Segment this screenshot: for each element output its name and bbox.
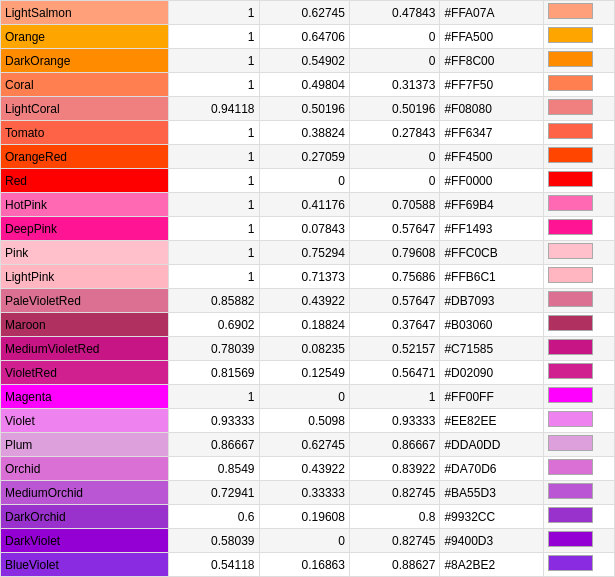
color-swatch [548, 339, 593, 355]
table-row: MediumOrchid0.729410.333330.82745#BA55D3 [1, 481, 615, 505]
color-hex: #EE82EE [440, 409, 543, 433]
color-blue: 0.52157 [349, 337, 439, 361]
color-swatch [548, 387, 593, 403]
color-red: 1 [169, 385, 259, 409]
color-red: 0.93333 [169, 409, 259, 433]
color-hex: #FFA07A [440, 1, 543, 25]
color-hex: #FF4500 [440, 145, 543, 169]
color-swatch-cell [543, 313, 614, 337]
table-row: DarkOrchid0.60.196080.8#9932CC [1, 505, 615, 529]
color-blue: 0.86667 [349, 433, 439, 457]
color-blue: 0.37647 [349, 313, 439, 337]
color-blue: 0.75686 [349, 265, 439, 289]
table-row: MediumVioletRed0.780390.082350.52157#C71… [1, 337, 615, 361]
table-row: Orchid0.85490.439220.83922#DA70D6 [1, 457, 615, 481]
color-red: 0.94118 [169, 97, 259, 121]
color-swatch-cell [543, 433, 614, 457]
color-swatch [548, 291, 593, 307]
color-hex: #9932CC [440, 505, 543, 529]
color-swatch [548, 243, 593, 259]
color-red: 1 [169, 193, 259, 217]
color-blue: 0.88627 [349, 553, 439, 577]
color-name: DarkOrange [1, 49, 169, 73]
color-red: 1 [169, 217, 259, 241]
color-red: 0.8549 [169, 457, 259, 481]
color-swatch-cell [543, 361, 614, 385]
color-blue: 0.83922 [349, 457, 439, 481]
table-row: DarkOrange10.549020#FF8C00 [1, 49, 615, 73]
table-row: OrangeRed10.270590#FF4500 [1, 145, 615, 169]
color-swatch-cell [543, 169, 614, 193]
color-hex: #C71585 [440, 337, 543, 361]
color-blue: 0.82745 [349, 529, 439, 553]
color-hex: #DDA0DD [440, 433, 543, 457]
color-name: Magenta [1, 385, 169, 409]
color-blue: 0.79608 [349, 241, 439, 265]
color-swatch [548, 99, 593, 115]
color-blue: 0.8 [349, 505, 439, 529]
color-blue: 0.47843 [349, 1, 439, 25]
table-row: Orange10.647060#FFA500 [1, 25, 615, 49]
color-red: 0.58039 [169, 529, 259, 553]
color-name: Maroon [1, 313, 169, 337]
color-green: 0 [259, 169, 349, 193]
color-swatch-cell [543, 457, 614, 481]
color-name: PaleVioletRed [1, 289, 169, 313]
color-green: 0.12549 [259, 361, 349, 385]
color-swatch-cell [543, 49, 614, 73]
color-name: MediumOrchid [1, 481, 169, 505]
table-row: DarkViolet0.5803900.82745#9400D3 [1, 529, 615, 553]
color-name: MediumVioletRed [1, 337, 169, 361]
color-swatch-cell [543, 385, 614, 409]
table-row: Coral10.498040.31373#FF7F50 [1, 73, 615, 97]
color-swatch [548, 27, 593, 43]
color-swatch-cell [543, 553, 614, 577]
color-blue: 0.57647 [349, 289, 439, 313]
color-swatch [548, 195, 593, 211]
color-swatch [548, 75, 593, 91]
color-green: 0.62745 [259, 433, 349, 457]
color-green: 0 [259, 385, 349, 409]
color-table: LightSalmon10.627450.47843#FFA07AOrange1… [0, 0, 615, 577]
color-swatch [548, 531, 593, 547]
color-red: 0.81569 [169, 361, 259, 385]
table-row: Violet0.933330.50980.93333#EE82EE [1, 409, 615, 433]
color-green: 0.38824 [259, 121, 349, 145]
table-row: Plum0.866670.627450.86667#DDA0DD [1, 433, 615, 457]
table-row: PaleVioletRed0.858820.439220.57647#DB709… [1, 289, 615, 313]
color-blue: 0 [349, 49, 439, 73]
color-name: LightSalmon [1, 1, 169, 25]
color-green: 0.43922 [259, 289, 349, 313]
color-red: 1 [169, 25, 259, 49]
color-red: 1 [169, 169, 259, 193]
color-swatch-cell [543, 241, 614, 265]
color-hex: #DA70D6 [440, 457, 543, 481]
color-green: 0.43922 [259, 457, 349, 481]
color-blue: 0.50196 [349, 97, 439, 121]
color-blue: 0.56471 [349, 361, 439, 385]
color-green: 0.27059 [259, 145, 349, 169]
table-row: BlueViolet0.541180.168630.88627#8A2BE2 [1, 553, 615, 577]
color-swatch-cell [543, 121, 614, 145]
color-swatch [548, 171, 593, 187]
color-swatch-cell [543, 97, 614, 121]
color-blue: 0.27843 [349, 121, 439, 145]
color-green: 0.64706 [259, 25, 349, 49]
color-hex: #F08080 [440, 97, 543, 121]
color-name: LightPink [1, 265, 169, 289]
color-green: 0.07843 [259, 217, 349, 241]
color-name: Pink [1, 241, 169, 265]
color-hex: #D02090 [440, 361, 543, 385]
color-hex: #8A2BE2 [440, 553, 543, 577]
color-swatch [548, 267, 593, 283]
color-swatch [548, 483, 593, 499]
color-blue: 0 [349, 25, 439, 49]
color-green: 0.75294 [259, 241, 349, 265]
color-hex: #FF1493 [440, 217, 543, 241]
color-hex: #BA55D3 [440, 481, 543, 505]
color-hex: #DB7093 [440, 289, 543, 313]
color-swatch-cell [543, 337, 614, 361]
color-hex: #FFA500 [440, 25, 543, 49]
color-red: 1 [169, 73, 259, 97]
color-green: 0 [259, 529, 349, 553]
